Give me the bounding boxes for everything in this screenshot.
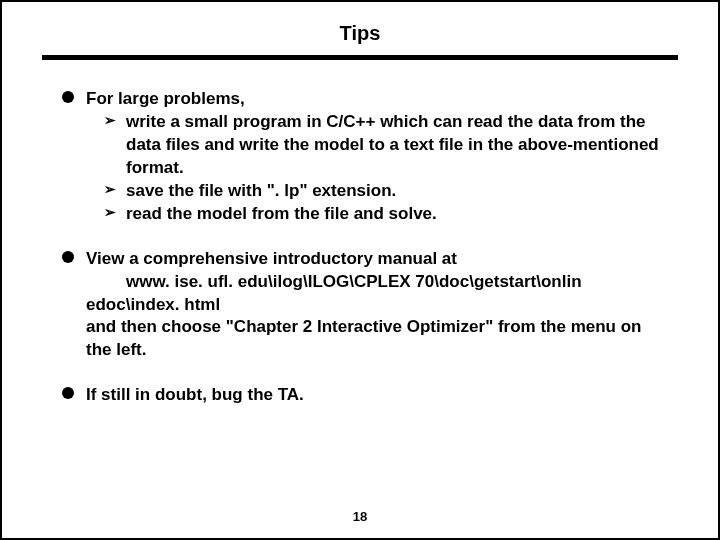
bullet-item-3: If still in doubt, bug the TA.	[62, 384, 668, 407]
bullet-2-line4: and then choose "Chapter 2 Interactive O…	[86, 316, 668, 362]
bullet-2-url: www. ise. ufl. edu\ilog\ILOG\CPLEX 70\do…	[86, 271, 668, 294]
slide: Tips For large problems, ➢ write a small…	[2, 2, 718, 538]
sub-item-text: save the file with ". lp" extension.	[126, 181, 396, 200]
sub-item-text: read the model from the file and solve.	[126, 204, 437, 223]
bullet-item-1: For large problems, ➢ write a small prog…	[62, 88, 668, 226]
bullet-icon	[62, 251, 74, 263]
page-number: 18	[2, 509, 718, 524]
chevron-icon: ➢	[104, 111, 116, 130]
sub-item: ➢ save the file with ". lp" extension.	[104, 180, 668, 203]
sub-list-1: ➢ write a small program in C/C++ which c…	[86, 111, 668, 226]
sub-item-text: write a small program in C/C++ which can…	[126, 112, 659, 177]
bullet-icon	[62, 387, 74, 399]
bullet-3-text: If still in doubt, bug the TA.	[86, 384, 668, 407]
sub-item: ➢ read the model from the file and solve…	[104, 203, 668, 226]
chevron-icon: ➢	[104, 203, 116, 222]
bullet-item-2: View a comprehensive introductory manual…	[62, 248, 668, 363]
bullet-2-line3: edoc\index. html	[86, 294, 668, 317]
slide-title: Tips	[2, 22, 718, 55]
sub-item: ➢ write a small program in C/C++ which c…	[104, 111, 668, 180]
chevron-icon: ➢	[104, 180, 116, 199]
bullet-icon	[62, 91, 74, 103]
bullet-1-text: For large problems,	[86, 88, 668, 111]
slide-content: For large problems, ➢ write a small prog…	[2, 88, 718, 407]
title-underline	[42, 55, 678, 60]
bullet-2-line1: View a comprehensive introductory manual…	[86, 248, 668, 271]
